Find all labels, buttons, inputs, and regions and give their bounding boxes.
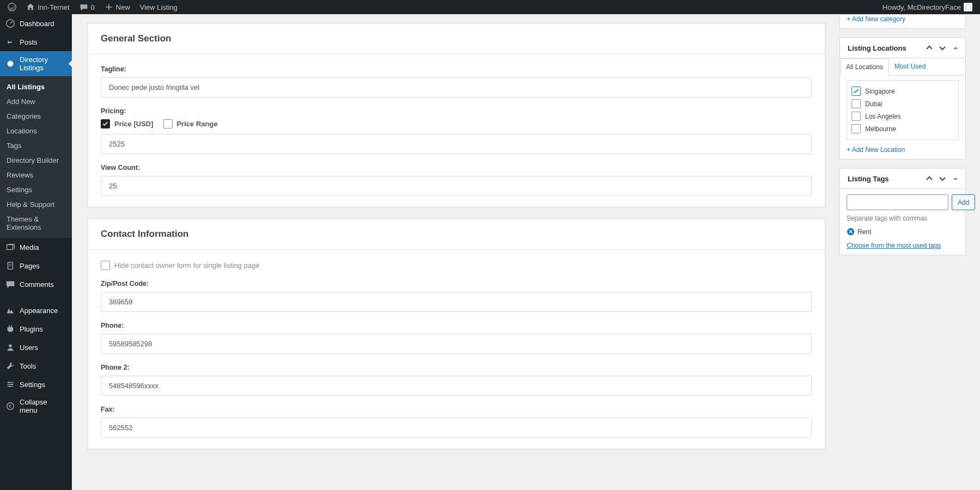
site-name: Inn-Ternet [38, 3, 70, 11]
submenu-categories[interactable]: Categories [0, 109, 72, 124]
tags-metabox: Listing Tags Add Separate tags with comm… [840, 168, 966, 255]
fax-input[interactable] [101, 418, 812, 438]
plus-icon [105, 3, 113, 11]
move-up-icon[interactable] [925, 174, 934, 183]
phone2-input[interactable] [101, 376, 812, 396]
submenu-all-listings[interactable]: All Listings [0, 79, 72, 94]
new-content-link[interactable]: New [101, 3, 133, 11]
comment-count: 0 [91, 3, 95, 11]
location-checkbox[interactable] [852, 87, 861, 96]
general-section-title: General Section [101, 33, 812, 44]
fax-label: Fax: [101, 406, 812, 413]
move-down-icon[interactable] [938, 44, 947, 52]
wp-logo[interactable] [4, 3, 20, 11]
price-range-label: Price Range [177, 120, 218, 128]
zip-label: Zip/Post Code: [101, 280, 812, 287]
price-usd-checkbox[interactable] [101, 119, 110, 128]
add-new-location-link[interactable]: + Add New Location [847, 146, 905, 154]
submenu-tags[interactable]: Tags [0, 138, 72, 153]
submenu-themes-extensions[interactable]: Themes & Extensions [0, 212, 72, 235]
hide-owner-checkbox[interactable] [101, 261, 110, 270]
menu-comments[interactable]: Comments [0, 275, 72, 293]
toggle-icon[interactable] [951, 174, 960, 183]
location-option-singapore[interactable]: Singapore [852, 85, 954, 97]
menu-appearance[interactable]: Appearance [0, 301, 72, 320]
svg-point-5 [9, 345, 11, 347]
menu-users[interactable]: Users [0, 338, 72, 357]
admin-bar: Inn-Ternet 0 New View Listing Howdy, McD… [0, 0, 980, 14]
tags-title: Listing Tags [848, 175, 889, 183]
location-checkbox[interactable] [852, 124, 861, 133]
menu-dashboard[interactable]: Dashboard [0, 14, 72, 33]
tools-icon [5, 361, 15, 371]
menu-plugins[interactable]: Plugins [0, 320, 72, 338]
submenu-add-new[interactable]: Add New [0, 94, 72, 109]
locations-title: Listing Locations [848, 44, 906, 52]
pin-icon [5, 37, 15, 47]
location-checkbox[interactable] [852, 99, 861, 108]
price-usd-label: Price [USD] [114, 120, 154, 128]
add-tag-button[interactable]: Add [952, 194, 975, 210]
submenu-reviews[interactable]: Reviews [0, 168, 72, 182]
tab-most-used-locations[interactable]: Most Used [889, 58, 931, 75]
tab-all-locations[interactable]: All Locations [840, 58, 889, 76]
menu-collapse[interactable]: Collapse menu [0, 394, 72, 419]
media-icon [5, 242, 15, 252]
pricing-label: Pricing: [101, 107, 812, 115]
menu-settings[interactable]: Settings [0, 375, 72, 394]
move-up-icon[interactable] [925, 44, 934, 52]
comment-icon [79, 3, 88, 11]
tagline-input[interactable] [101, 77, 812, 97]
plugins-icon [5, 324, 15, 334]
submenu-help-support[interactable]: Help & Support [0, 197, 72, 212]
view-count-label: View Count: [101, 164, 812, 171]
user-greeting[interactable]: Howdy, McDirectoryFace [879, 3, 976, 11]
view-count-input[interactable] [101, 176, 812, 196]
menu-tools[interactable]: Tools [0, 357, 72, 375]
svg-point-6 [8, 382, 10, 383]
locations-list: Singapore Dubai Los Angeles Melbour [847, 80, 959, 140]
collapse-icon [5, 401, 15, 411]
comments-icon [5, 279, 15, 289]
directory-submenu: All Listings Add New Categories Location… [0, 76, 72, 238]
site-link[interactable]: Inn-Ternet [23, 3, 73, 11]
menu-pages[interactable]: Pages [0, 256, 72, 275]
add-new-category-link[interactable]: + Add New category [847, 15, 905, 23]
zip-input[interactable] [101, 292, 812, 312]
menu-posts[interactable]: Posts [0, 33, 72, 51]
comments-link[interactable]: 0 [76, 3, 98, 11]
settings-icon [5, 379, 15, 389]
menu-directory-listings[interactable]: Directory Listings [0, 51, 72, 76]
submenu-settings[interactable]: Settings [0, 182, 72, 197]
menu-media[interactable]: Media [0, 238, 72, 256]
users-icon [5, 342, 15, 352]
location-checkbox[interactable] [852, 112, 861, 121]
categories-metabox: + Add New category [840, 14, 966, 29]
price-input[interactable] [101, 134, 812, 154]
home-icon [26, 3, 35, 11]
check-icon [853, 88, 860, 95]
directory-icon [5, 59, 15, 69]
price-range-checkbox[interactable] [163, 119, 173, 128]
tags-help-text: Separate tags with commas [847, 215, 959, 222]
location-option-los-angeles[interactable]: Los Angeles [852, 110, 954, 122]
svg-point-9 [7, 403, 14, 410]
tag-input[interactable] [847, 194, 948, 210]
location-option-dubai[interactable]: Dubai [852, 97, 954, 110]
pages-icon [5, 261, 15, 271]
phone2-label: Phone 2: [101, 364, 812, 371]
svg-point-2 [8, 61, 14, 67]
submenu-directory-builder[interactable]: Directory Builder [0, 153, 72, 168]
location-option-melbourne[interactable]: Melbourne [852, 122, 954, 135]
view-listing-link[interactable]: View Listing [137, 3, 181, 11]
phone-input[interactable] [101, 334, 812, 354]
toggle-icon[interactable] [951, 44, 960, 52]
move-down-icon[interactable] [938, 174, 947, 183]
remove-tag-icon[interactable] [847, 228, 855, 236]
tagline-label: Tagline: [101, 65, 812, 73]
submenu-locations[interactable]: Locations [0, 124, 72, 138]
choose-most-used-tags-link[interactable]: Choose from the most used tags [847, 242, 941, 249]
tag-chip-rent: Rent [847, 228, 959, 236]
svg-point-7 [11, 384, 13, 385]
admin-sidebar: Dashboard Posts Directory Listings All L… [0, 14, 72, 490]
